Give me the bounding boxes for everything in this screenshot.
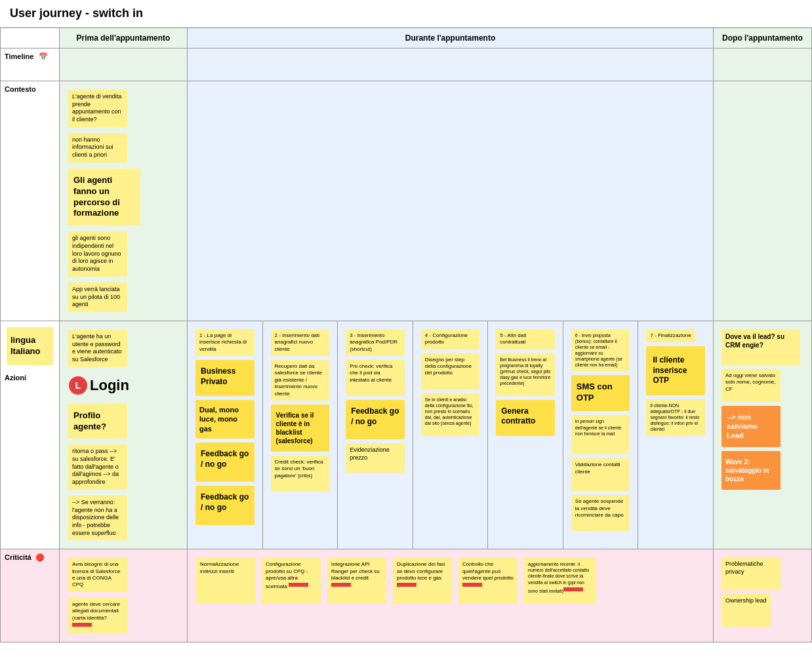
page-title: User journey - switch in xyxy=(0,0,812,28)
criticita-icon: 🔴 xyxy=(35,553,45,561)
note-in-person-sign: In person sign dell'agente se il cliente… xyxy=(571,415,630,454)
azioni-step2: 2 - Inserimento dati anagrafici nuovo cl… xyxy=(262,321,338,549)
note-agente-utente: L'agente ha un utente e password e viene… xyxy=(68,330,127,367)
note-se-agente: Se agente sospende la vendita deve ricom… xyxy=(571,495,630,531)
header-prima: Prima dell'appuntamento xyxy=(60,28,188,49)
crit-privacy: Problematiche privacy xyxy=(721,557,781,590)
note-step7: 7 - Finalizzazione xyxy=(646,329,695,342)
note-cliente-inserisce: Il cliente inserisce OTP xyxy=(646,346,705,395)
contesto-durante xyxy=(188,81,714,321)
note-ad-oggi: Ad oggi viene salvato solo nome, cognome… xyxy=(721,369,781,402)
note-step1: 1 - La page di inserisce richiesta di ve… xyxy=(195,329,254,356)
crit-agente-cercare: agente deve cercare allegati documentali… xyxy=(68,598,127,634)
note-wave2: Wave 2: salvataggio in bozza xyxy=(721,451,781,490)
azioni-step3: 3 - Inserimento anagrafica Pod/PDR (shor… xyxy=(338,321,413,549)
note-feedback-go-nogo: Feedback go / no go xyxy=(346,400,405,439)
crit-controllo: Controllo che quell'agente può vendere q… xyxy=(458,558,518,604)
note-validazione: Validazione contatti cliente xyxy=(571,458,630,491)
login-circle: L xyxy=(69,376,87,395)
crit-integrazione-api: Integrazione API Ranger per check su bla… xyxy=(327,558,386,604)
contesto-label: Contesto xyxy=(1,81,60,321)
timeline-label: Timeline 📅 xyxy=(1,49,60,81)
note-feedback2: Feedback go / no go xyxy=(195,486,254,525)
note-cliente-non: Se in clienti e analisi della configuraz… xyxy=(421,393,480,436)
note-profilo-agente: Profilo agente? xyxy=(68,404,127,439)
note-business-privato: Business Privato xyxy=(195,360,254,396)
note-cliente-noa-info: Il cliente-NON adeguato/OTP - Il due seg… xyxy=(646,399,705,435)
note-agenti-indipendenti: gli agenti sono indipendenti nel loro la… xyxy=(68,231,127,276)
azioni-label: lingua Italiano Azioni xyxy=(1,321,60,549)
note-pre-check: Pre check: verifica che il pod sia intes… xyxy=(346,360,405,396)
header-durante: Durante l'appuntamento xyxy=(188,28,714,49)
crit-normalizzazione: Normalizzazione indirizzi inseriti xyxy=(196,558,255,604)
criticita-dopo-cell: Problematiche privacy Ownership lead xyxy=(714,549,812,642)
note-dual-mono: Dual, mono luce, mono gas xyxy=(195,400,254,439)
note-step5: 5 - Altri dati contrattuali xyxy=(496,329,555,349)
note-agenti-formazione: Gli agenti fanno un percorso di formazio… xyxy=(68,168,140,226)
crit-aggiornamento: aggiornamento recente: il numero dell'ac… xyxy=(524,558,596,604)
azioni-step1: 1 - La page di inserisce richiesta di ve… xyxy=(188,321,263,549)
note-step2: 2 - Inserimento dati anagrafici nuovo cl… xyxy=(271,329,330,356)
azioni-prima: L'agente ha un utente e password e viene… xyxy=(60,321,188,549)
crit-ownership: Ownership lead xyxy=(721,594,771,627)
note-verifica-blacklist: Verifica se il cliente è in blacklist (s… xyxy=(271,404,330,452)
note-evidenziazione: Evidenziazione prezzo xyxy=(346,443,405,473)
timeline-prima xyxy=(60,49,188,81)
timeline-durante xyxy=(188,49,714,81)
criticita-prima-cell: Avrà bisogno di una licenza di Salesforc… xyxy=(60,549,188,642)
note-non-hanno-info: non hanno informazioni sui clienti a pri… xyxy=(68,133,127,163)
azioni-step6: 6 - Invio proposta (bonus): contattare i… xyxy=(563,321,638,549)
azioni-step7: 7 - Finalizzazione Il cliente inserisce … xyxy=(638,321,714,549)
crit-licenza: Avrà bisogno di una licenza di Salesforc… xyxy=(68,558,127,592)
note-genera-contratto: Genera contratto xyxy=(496,400,555,436)
timeline-icon: 📅 xyxy=(39,52,48,61)
azioni-step5: 5 - Altri dati contrattuali Bel Business… xyxy=(488,321,563,549)
login-text: Login xyxy=(90,377,129,394)
criticita-label: Criticitá 🔴 xyxy=(1,549,60,642)
note-app-lanciata: App verrà lanciata su un pilota di 100 a… xyxy=(68,283,127,312)
note-non-salviamo: --> non salviamo Lead xyxy=(721,406,781,447)
note-recupero-dati: Recupero dati da salesforce se cliente g… xyxy=(271,360,330,401)
note-ritorna-pass: ritorna o pass --> su salesforce. E' fat… xyxy=(68,444,127,489)
note-disegno-step: Disegno per step della configurazione de… xyxy=(421,353,480,389)
crit-config-cpq: Configurazione prodotto su CPQ - apre/us… xyxy=(262,558,321,604)
note-sms-otp: SMS con OTP xyxy=(571,375,630,411)
note-bel-business: Bel Business il treno al programma di lo… xyxy=(496,353,555,396)
note-step6: 6 - Invio proposta (bonus): contattare i… xyxy=(571,329,630,372)
azioni-step4: 4 - Configurazione prodotto Disegno per … xyxy=(413,321,488,549)
note-step3: 3 - Inserimento anagrafica Pod/PDR (shor… xyxy=(346,329,405,356)
criticita-durante-cell: Normalizzazione indirizzi inseriti Confi… xyxy=(188,549,714,642)
contesto-prima: L'agente di vendita prende appuntamento … xyxy=(60,81,188,321)
header-dopo: Dopo l'appuntamento xyxy=(714,28,812,49)
azioni-dopo: Dove va il lead? su CRM engie? Ad oggi v… xyxy=(714,321,812,549)
note-feedback1: Feedback go / no go xyxy=(195,443,254,482)
timeline-dopo xyxy=(714,49,812,81)
crit-duplicazione: Duplicazione del fasi se devo configurar… xyxy=(393,558,452,604)
note-step4: 4 - Configurazione prodotto xyxy=(421,329,480,349)
lingua-italiano: lingua Italiano xyxy=(7,327,53,365)
note-agente-vendita: L'agente di vendita prende appuntamento … xyxy=(68,90,127,127)
note-se-verranno: --> Se verranno: l'agente non ha a dispo… xyxy=(68,496,127,540)
note-credit-check: Credit check: verifica se sono un 'buon … xyxy=(271,456,330,492)
note-dove-va-lead: Dove va il lead? su CRM engie? xyxy=(721,329,800,365)
contesto-dopo xyxy=(714,81,812,321)
header-label-col xyxy=(1,28,60,49)
